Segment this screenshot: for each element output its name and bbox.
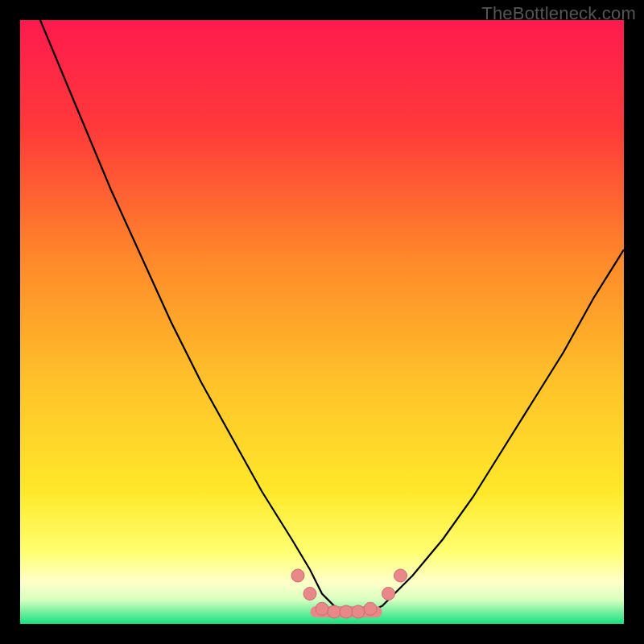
marker-floor-3 — [340, 605, 353, 618]
marker-right-cluster-2 — [394, 569, 407, 582]
chart-frame: TheBottleneck.com — [0, 0, 644, 644]
plot-area — [20, 20, 624, 624]
marker-floor-2 — [328, 605, 341, 618]
watermark-text: TheBottleneck.com — [481, 3, 636, 24]
marker-right-cluster-1 — [382, 588, 395, 601]
marker-floor-5 — [364, 602, 377, 615]
marker-left-cluster-1 — [291, 569, 304, 582]
marker-floor-4 — [352, 605, 365, 618]
curve-layer — [20, 20, 624, 624]
marker-floor-1 — [316, 602, 328, 615]
bottleneck-curve — [20, 20, 624, 612]
marker-left-cluster-2 — [303, 588, 316, 601]
